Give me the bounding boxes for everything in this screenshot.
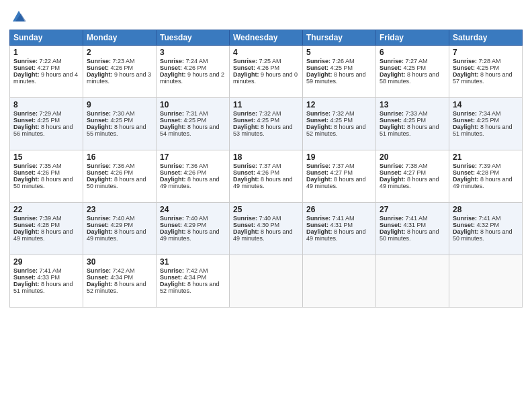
calendar-cell: 3Sunrise: 7:24 AMSunset: 4:26 PMDaylight… bbox=[157, 46, 230, 98]
cell-data-line: Sunset: 4:27 PM bbox=[380, 169, 445, 176]
cell-data-line: Sunset: 4:34 PM bbox=[87, 274, 152, 281]
cell-data-line: Daylight: 8 hours and 49 minutes. bbox=[160, 228, 226, 242]
cell-data-line: Daylight: 9 hours and 2 minutes. bbox=[160, 71, 226, 85]
calendar-cell bbox=[230, 255, 303, 308]
calendar-cell: 16Sunrise: 7:36 AMSunset: 4:26 PMDayligh… bbox=[83, 150, 157, 203]
cell-data-line: Daylight: 8 hours and 49 minutes. bbox=[306, 228, 372, 242]
weekday-header-row: SundayMondayTuesdayWednesdayThursdayFrid… bbox=[10, 30, 523, 46]
cell-data-line: Daylight: 8 hours and 55 minutes. bbox=[87, 124, 152, 137]
cell-data-line: Daylight: 8 hours and 51 minutes. bbox=[380, 124, 445, 137]
calendar-cell: 18Sunrise: 7:37 AMSunset: 4:26 PMDayligh… bbox=[230, 150, 303, 203]
weekday-header-sunday: Sunday bbox=[10, 30, 83, 46]
cell-data-line: Sunset: 4:28 PM bbox=[453, 169, 519, 176]
cell-data-line: Daylight: 8 hours and 50 minutes. bbox=[380, 228, 445, 242]
day-number: 4 bbox=[233, 48, 299, 57]
day-number: 27 bbox=[380, 205, 445, 214]
weekday-header-monday: Monday bbox=[83, 30, 157, 46]
day-number: 14 bbox=[453, 100, 519, 109]
cell-data-line: Sunrise: 7:39 AM bbox=[13, 215, 79, 222]
cell-data-line: Sunrise: 7:42 AM bbox=[160, 267, 226, 274]
cell-data-line: Sunrise: 7:36 AM bbox=[160, 163, 226, 169]
cell-data-line: Sunset: 4:33 PM bbox=[13, 274, 79, 281]
cell-data-line: Sunrise: 7:41 AM bbox=[13, 267, 79, 274]
calendar-cell: 10Sunrise: 7:31 AMSunset: 4:25 PMDayligh… bbox=[157, 98, 230, 150]
week-row-3: 15Sunrise: 7:35 AMSunset: 4:26 PMDayligh… bbox=[10, 150, 523, 203]
day-number: 3 bbox=[160, 48, 226, 57]
calendar-cell: 15Sunrise: 7:35 AMSunset: 4:26 PMDayligh… bbox=[10, 150, 83, 203]
cell-data-line: Daylight: 8 hours and 56 minutes. bbox=[13, 124, 79, 137]
calendar-cell: 28Sunrise: 7:41 AMSunset: 4:32 PMDayligh… bbox=[449, 203, 523, 255]
day-number: 7 bbox=[453, 48, 519, 57]
logo bbox=[9, 9, 26, 24]
day-number: 19 bbox=[306, 152, 372, 162]
cell-data-line: Daylight: 8 hours and 58 minutes. bbox=[380, 71, 445, 85]
cell-data-line: Sunrise: 7:42 AM bbox=[87, 267, 152, 274]
cell-data-line: Daylight: 8 hours and 49 minutes. bbox=[453, 176, 519, 189]
cell-data-line: Sunset: 4:25 PM bbox=[380, 64, 445, 71]
cell-data-line: Sunset: 4:26 PM bbox=[87, 169, 152, 176]
calendar-cell: 6Sunrise: 7:27 AMSunset: 4:25 PMDaylight… bbox=[376, 46, 449, 98]
calendar-cell: 1Sunrise: 7:22 AMSunset: 4:27 PMDaylight… bbox=[10, 46, 83, 98]
cell-data-line: Sunrise: 7:31 AM bbox=[160, 110, 226, 117]
day-number: 31 bbox=[160, 257, 226, 267]
cell-data-line: Sunset: 4:25 PM bbox=[453, 64, 519, 71]
cell-data-line: Sunset: 4:25 PM bbox=[160, 117, 226, 124]
calendar-cell: 22Sunrise: 7:39 AMSunset: 4:28 PMDayligh… bbox=[10, 203, 83, 255]
calendar-cell: 17Sunrise: 7:36 AMSunset: 4:26 PMDayligh… bbox=[157, 150, 230, 203]
day-number: 17 bbox=[160, 152, 226, 162]
cell-data-line: Sunset: 4:25 PM bbox=[306, 117, 372, 124]
week-row-5: 29Sunrise: 7:41 AMSunset: 4:33 PMDayligh… bbox=[10, 255, 523, 308]
cell-data-line: Daylight: 8 hours and 51 minutes. bbox=[13, 281, 79, 294]
cell-data-line: Sunset: 4:27 PM bbox=[13, 64, 79, 71]
cell-data-line: Sunset: 4:25 PM bbox=[233, 117, 299, 124]
cell-data-line: Sunset: 4:31 PM bbox=[306, 222, 372, 228]
day-number: 12 bbox=[306, 100, 372, 109]
cell-data-line: Sunrise: 7:33 AM bbox=[380, 110, 445, 117]
cell-data-line: Sunrise: 7:36 AM bbox=[87, 163, 152, 169]
calendar-cell: 12Sunrise: 7:32 AMSunset: 4:25 PMDayligh… bbox=[303, 98, 376, 150]
cell-data-line: Sunset: 4:29 PM bbox=[160, 222, 226, 228]
cell-data-line: Sunrise: 7:38 AM bbox=[380, 163, 445, 169]
day-number: 5 bbox=[306, 48, 372, 57]
cell-data-line: Daylight: 8 hours and 53 minutes. bbox=[233, 124, 299, 137]
weekday-header-friday: Friday bbox=[376, 30, 449, 46]
day-number: 11 bbox=[233, 100, 299, 109]
calendar-cell: 14Sunrise: 7:34 AMSunset: 4:25 PMDayligh… bbox=[449, 98, 523, 150]
day-number: 20 bbox=[380, 152, 445, 162]
day-number: 25 bbox=[233, 205, 299, 214]
cell-data-line: Sunrise: 7:28 AM bbox=[453, 58, 519, 64]
calendar-cell: 8Sunrise: 7:29 AMSunset: 4:25 PMDaylight… bbox=[10, 98, 83, 150]
cell-data-line: Daylight: 8 hours and 49 minutes. bbox=[13, 228, 79, 242]
calendar-table: SundayMondayTuesdayWednesdayThursdayFrid… bbox=[9, 30, 523, 308]
day-number: 23 bbox=[87, 205, 152, 214]
cell-data-line: Daylight: 8 hours and 49 minutes. bbox=[160, 176, 226, 189]
calendar-cell: 30Sunrise: 7:42 AMSunset: 4:34 PMDayligh… bbox=[83, 255, 157, 308]
cell-data-line: Sunset: 4:29 PM bbox=[87, 222, 152, 228]
cell-data-line: Sunrise: 7:41 AM bbox=[380, 215, 445, 222]
cell-data-line: Sunset: 4:34 PM bbox=[160, 274, 226, 281]
calendar-cell: 23Sunrise: 7:40 AMSunset: 4:29 PMDayligh… bbox=[83, 203, 157, 255]
cell-data-line: Sunrise: 7:41 AM bbox=[306, 215, 372, 222]
calendar-cell: 19Sunrise: 7:37 AMSunset: 4:27 PMDayligh… bbox=[303, 150, 376, 203]
cell-data-line: Sunset: 4:28 PM bbox=[13, 222, 79, 228]
cell-data-line: Sunset: 4:25 PM bbox=[453, 117, 519, 124]
cell-data-line: Daylight: 8 hours and 52 minutes. bbox=[306, 124, 372, 137]
cell-data-line: Daylight: 8 hours and 54 minutes. bbox=[160, 124, 226, 137]
cell-data-line: Sunset: 4:26 PM bbox=[233, 169, 299, 176]
cell-data-line: Sunset: 4:31 PM bbox=[380, 222, 445, 228]
cell-data-line: Sunset: 4:26 PM bbox=[160, 64, 226, 71]
calendar-cell bbox=[303, 255, 376, 308]
cell-data-line: Sunrise: 7:39 AM bbox=[453, 163, 519, 169]
cell-data-line: Sunrise: 7:27 AM bbox=[380, 58, 445, 64]
cell-data-line: Sunset: 4:26 PM bbox=[160, 169, 226, 176]
cell-data-line: Sunrise: 7:32 AM bbox=[233, 110, 299, 117]
cell-data-line: Sunrise: 7:35 AM bbox=[13, 163, 79, 169]
cell-data-line: Sunset: 4:30 PM bbox=[233, 222, 299, 228]
calendar-cell: 31Sunrise: 7:42 AMSunset: 4:34 PMDayligh… bbox=[157, 255, 230, 308]
cell-data-line: Sunrise: 7:25 AM bbox=[233, 58, 299, 64]
weekday-header-thursday: Thursday bbox=[303, 30, 376, 46]
cell-data-line: Sunrise: 7:40 AM bbox=[87, 215, 152, 222]
cell-data-line: Daylight: 9 hours and 3 minutes. bbox=[87, 71, 152, 85]
cell-data-line: Sunrise: 7:40 AM bbox=[160, 215, 226, 222]
day-number: 24 bbox=[160, 205, 226, 214]
